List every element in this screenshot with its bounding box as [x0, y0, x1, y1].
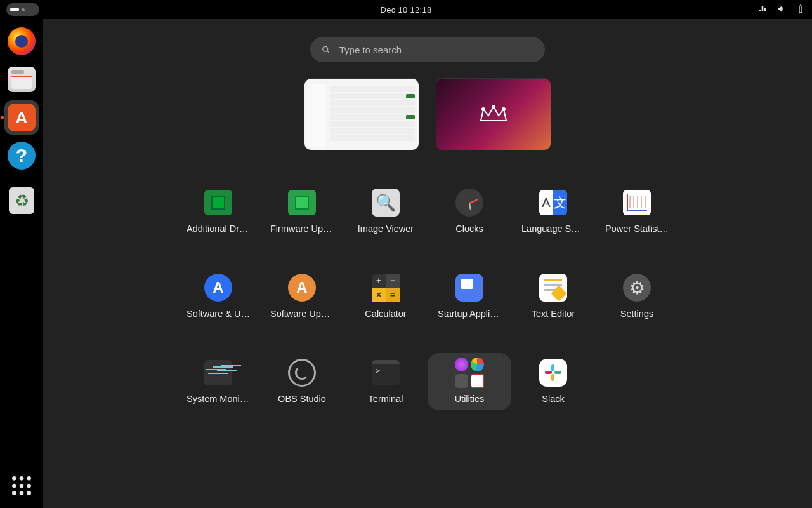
svg-line-10	[327, 51, 329, 53]
app-firmware-updater[interactable]: Firmware Updater	[260, 183, 344, 240]
system-monitor-icon	[204, 360, 232, 385]
utilities-folder-icon	[455, 358, 484, 388]
top-panel: Dec 10 12:18	[0, 0, 812, 19]
dock-item-trash[interactable]: ♻	[4, 184, 39, 218]
dock-item-ubuntu-software[interactable]: A	[4, 100, 39, 135]
text-editor-icon	[539, 274, 567, 302]
svg-point-0	[12, 476, 16, 481]
svg-point-2	[27, 476, 31, 481]
gear-globe-icon: A	[204, 274, 232, 302]
power-graph-icon	[623, 190, 651, 215]
app-image-viewer[interactable]: 🔍 Image Viewer	[344, 183, 428, 240]
svg-point-6	[12, 491, 16, 495]
app-label: Power Statistics	[605, 224, 669, 234]
app-slack[interactable]: Slack	[511, 353, 595, 410]
app-folder-utilities[interactable]: Utilities	[428, 353, 511, 410]
app-settings[interactable]: ⚙ Settings	[595, 268, 679, 325]
dash-dock: A ? ♻	[0, 19, 43, 508]
files-icon	[8, 67, 36, 92]
applications-grid: Additional Drivers Firmware Updater 🔍 Im…	[176, 183, 679, 410]
updater-icon: A	[288, 274, 316, 302]
app-label: Image Viewer	[358, 224, 414, 234]
app-language-support[interactable]: A文 Language Support	[511, 183, 595, 240]
slack-icon	[539, 359, 567, 387]
workspace-thumbnail-1[interactable]	[304, 79, 419, 150]
app-text-editor[interactable]: Text Editor	[511, 268, 595, 325]
workspace-switcher	[304, 79, 551, 150]
dock-item-files[interactable]	[4, 62, 39, 97]
svg-rect-16	[551, 374, 554, 381]
calculator-icon: +−×=	[372, 274, 400, 302]
app-terminal[interactable]: >_ Terminal	[344, 353, 428, 410]
app-calculator[interactable]: +−×= Calculator	[344, 268, 428, 325]
search-input[interactable]	[339, 44, 534, 55]
workspace-thumbnail-2[interactable]	[436, 79, 551, 150]
chip-icon	[288, 190, 316, 215]
app-label: Clocks	[455, 224, 483, 234]
app-power-statistics[interactable]: Power Statistics	[595, 183, 679, 240]
app-label: System Monitor	[187, 394, 250, 404]
svg-point-4	[20, 484, 24, 488]
svg-rect-17	[545, 371, 552, 374]
app-obs-studio[interactable]: OBS Studio	[260, 353, 344, 410]
help-icon: ?	[8, 142, 36, 170]
svg-point-7	[20, 491, 24, 495]
terminal-icon: >_	[372, 360, 400, 385]
app-label: Additional Drivers	[187, 224, 250, 234]
clock-datetime[interactable]: Dec 10 12:18	[381, 5, 432, 15]
app-label: Software Updater	[270, 309, 334, 319]
svg-rect-15	[554, 371, 561, 374]
app-label: Startup Applications	[438, 309, 501, 319]
app-label: Slack	[542, 394, 564, 404]
overview-search[interactable]	[310, 37, 545, 62]
app-additional-drivers[interactable]: Additional Drivers	[176, 183, 260, 240]
app-label: Language Support	[521, 224, 585, 234]
app-software-updater[interactable]: A Software Updater	[260, 268, 344, 325]
app-system-monitor[interactable]: System Monitor	[176, 353, 260, 410]
app-label: Terminal	[369, 394, 403, 404]
dock-item-firefox[interactable]	[4, 24, 39, 58]
shopping-bag-icon: A	[8, 104, 36, 131]
system-status-area[interactable]	[757, 4, 806, 16]
app-label: Firmware Updater	[270, 224, 334, 234]
app-startup-applications[interactable]: Startup Applications	[428, 268, 511, 325]
dock-divider	[9, 178, 34, 178]
startup-icon	[455, 274, 483, 302]
obs-icon	[288, 359, 316, 387]
app-label: Calculator	[365, 309, 406, 319]
network-icon[interactable]	[757, 4, 768, 16]
app-clocks[interactable]: Clocks	[428, 183, 511, 240]
svg-point-8	[27, 491, 31, 495]
chip-icon	[204, 190, 232, 215]
svg-point-5	[27, 484, 31, 488]
app-software-properties[interactable]: A Software & Updates	[176, 268, 260, 325]
app-label: Utilities	[455, 394, 485, 404]
translate-icon: A文	[539, 190, 567, 215]
show-applications-button[interactable]	[4, 469, 39, 503]
app-label: Settings	[620, 309, 653, 319]
volume-icon[interactable]	[776, 4, 787, 16]
trash-icon: ♻	[9, 187, 34, 214]
activities-pill[interactable]	[6, 3, 39, 16]
clock-icon	[455, 189, 483, 217]
magnifier-icon: 🔍	[372, 189, 400, 217]
app-label: OBS Studio	[278, 394, 326, 404]
dock-item-help[interactable]: ?	[4, 138, 39, 173]
svg-rect-14	[551, 364, 554, 371]
battery-icon[interactable]	[796, 4, 806, 16]
app-label: Software & Updates	[187, 309, 250, 319]
gear-icon: ⚙	[623, 274, 651, 302]
svg-point-3	[12, 484, 16, 488]
apps-grid-icon	[8, 472, 36, 500]
svg-point-1	[20, 476, 24, 481]
activities-overview: Additional Drivers Firmware Updater 🔍 Im…	[43, 19, 812, 508]
svg-point-9	[323, 46, 328, 51]
search-icon	[322, 45, 331, 55]
firefox-icon	[8, 27, 36, 55]
app-label: Text Editor	[532, 309, 575, 319]
ubuntu-crown-icon	[475, 102, 513, 127]
